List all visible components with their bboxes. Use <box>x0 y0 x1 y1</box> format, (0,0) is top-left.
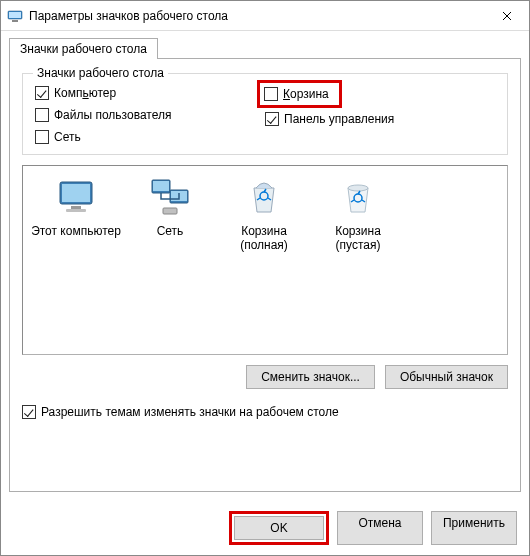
check-icon <box>35 130 49 144</box>
checkbox-userfiles-label: Файлы пользователя <box>54 108 171 122</box>
svg-rect-2 <box>12 20 18 22</box>
dialog-footer: OK Отмена Применить <box>1 500 529 555</box>
icon-item-thispc[interactable]: Этот компьютер <box>31 176 121 238</box>
recycle-bin-empty-icon <box>336 176 380 220</box>
check-icon <box>35 86 49 100</box>
checkbox-computer-label: Компьютер <box>54 86 116 100</box>
icon-label: Корзина (полная) <box>219 224 309 253</box>
check-icon <box>22 405 36 419</box>
tab-strip: Значки рабочего стола <box>1 31 529 58</box>
group-desktop-icons: Значки рабочего стола Компьютер Файлы по… <box>22 73 508 155</box>
change-icon-button[interactable]: Сменить значок... <box>246 365 375 389</box>
app-icon <box>7 8 23 24</box>
icon-label: Сеть <box>157 224 184 238</box>
highlight-ok: OK <box>229 511 329 545</box>
group-title: Значки рабочего стола <box>33 66 168 80</box>
close-button[interactable] <box>484 1 529 30</box>
checkbox-controlpanel[interactable]: Панель управления <box>265 112 495 126</box>
cancel-button[interactable]: Отмена <box>337 511 423 545</box>
checkbox-allow-themes[interactable]: Разрешить темам изменять значки на рабоч… <box>22 405 508 419</box>
icon-item-bin-full[interactable]: Корзина (полная) <box>219 176 309 253</box>
check-icon <box>265 112 279 126</box>
icon-label: Этот компьютер <box>31 224 121 238</box>
icon-item-bin-empty[interactable]: Корзина (пустая) <box>313 176 403 253</box>
icon-label: Корзина (пустая) <box>313 224 403 253</box>
svg-point-12 <box>348 185 368 191</box>
recycle-bin-full-icon <box>242 176 286 220</box>
highlight-recyclebin: Корзина <box>257 80 342 108</box>
window-title: Параметры значков рабочего стола <box>29 9 484 23</box>
checkbox-network-label: Сеть <box>54 130 81 144</box>
network-icon <box>148 176 192 220</box>
check-icon <box>35 108 49 122</box>
monitor-icon <box>54 176 98 220</box>
apply-button[interactable]: Применить <box>431 511 517 545</box>
default-icon-button[interactable]: Обычный значок <box>385 365 508 389</box>
svg-rect-8 <box>153 181 169 191</box>
svg-rect-4 <box>62 184 90 202</box>
icon-item-network[interactable]: Сеть <box>125 176 215 238</box>
icon-buttons-row: Сменить значок... Обычный значок <box>22 365 508 389</box>
checkbox-recyclebin-label: Корзина <box>283 87 329 101</box>
checkbox-userfiles[interactable]: Файлы пользователя <box>35 108 265 122</box>
ok-button[interactable]: OK <box>234 516 324 540</box>
check-icon <box>264 87 278 101</box>
svg-rect-5 <box>71 206 81 209</box>
checkbox-computer[interactable]: Компьютер <box>35 86 265 100</box>
checkbox-controlpanel-label: Панель управления <box>284 112 394 126</box>
tab-desktop-icons[interactable]: Значки рабочего стола <box>9 38 158 59</box>
svg-rect-6 <box>66 209 86 212</box>
svg-rect-11 <box>163 208 177 214</box>
dialog-window: Параметры значков рабочего стола Значки … <box>0 0 530 556</box>
titlebar: Параметры значков рабочего стола <box>1 1 529 31</box>
svg-rect-1 <box>9 12 21 18</box>
checkbox-network[interactable]: Сеть <box>35 130 265 144</box>
checkbox-recyclebin[interactable]: Корзина <box>264 87 329 101</box>
allow-themes-label: Разрешить темам изменять значки на рабоч… <box>41 405 339 419</box>
tab-content: Значки рабочего стола Компьютер Файлы по… <box>9 58 521 492</box>
icon-preview-list: Этот компьютер Сеть <box>22 165 508 355</box>
